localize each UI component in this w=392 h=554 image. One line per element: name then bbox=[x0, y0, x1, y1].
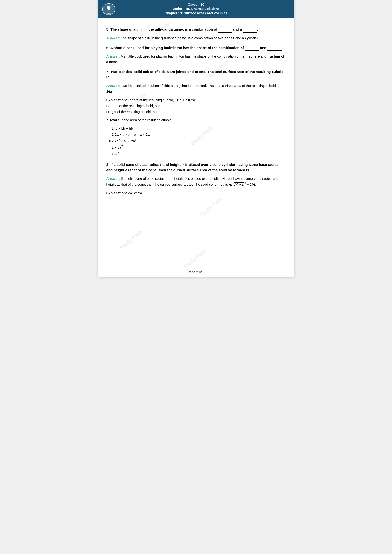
header-subject: Maths – RD Sharma Solutions bbox=[103, 7, 289, 11]
logo-icon: Study Path bbox=[102, 2, 116, 15]
q8-answer-label: Answer: bbox=[106, 177, 120, 180]
q7-answer-label: Answer: bbox=[106, 84, 120, 88]
question-5: 5: The shape of a gilli, in the gilli-da… bbox=[106, 27, 286, 33]
q7-explanation: Explanation: Length of the resulting cub… bbox=[106, 97, 286, 115]
q5-blank1 bbox=[218, 27, 232, 33]
q7-math-5: = 10a2 bbox=[109, 150, 286, 157]
q7-math-4: = 2 × 5a2 bbox=[109, 144, 286, 150]
header-class: Class - 10 bbox=[103, 2, 289, 7]
q7-text: 7: Two identical solid cubes of side a a… bbox=[106, 70, 283, 79]
q7-math-2: = 2(2a × a + a × a + a × 2a) bbox=[109, 132, 286, 138]
q5-answer: Answer: The shape of a gilli, in the gil… bbox=[106, 35, 286, 41]
q7-math-3: = 2(2a2 + a2 + 2a2) bbox=[109, 138, 286, 144]
q8-text: 8: If a solid cone of base radius r and … bbox=[106, 162, 279, 172]
question-6: 6: A shuttle cock used for playing badmi… bbox=[106, 45, 286, 51]
watermark-7: Study Path bbox=[118, 229, 143, 251]
header-chapter: Chapter 13: Surface Areas and Volumes bbox=[103, 11, 289, 15]
page-content: 5: The shape of a gilli, in the gilli-da… bbox=[98, 18, 294, 213]
q5-blank2 bbox=[243, 27, 257, 33]
q5-answer-bold1: two cones bbox=[217, 36, 234, 40]
page-footer: Page 2 of 9 bbox=[98, 268, 294, 274]
page-header: Study Path Class - 10 Maths – RD Sharma … bbox=[98, 0, 294, 18]
question-8: 8: If a solid cone of base radius r and … bbox=[106, 162, 286, 173]
q5-text: 5: The shape of a gilli, in the gilli-da… bbox=[106, 27, 258, 31]
q8-answer: Answer: If a solid cone of base radius r… bbox=[106, 176, 286, 187]
q7-explanation-label: Explanation: bbox=[106, 98, 127, 102]
q8-explanation: Explanation: We know, bbox=[106, 190, 286, 196]
q5-answer-label: Answer: bbox=[106, 36, 120, 40]
question-7: 7: Two identical solid cubes of side a a… bbox=[106, 69, 286, 80]
q7-answer: Answer: Two identical solid cubes of sid… bbox=[106, 83, 286, 95]
q7-blank bbox=[110, 74, 124, 80]
page: Study Path Study Path Study Path Study P… bbox=[98, 0, 294, 277]
q6-text: 6: A shuttle cock used for playing badmi… bbox=[106, 46, 283, 50]
q8-explanation-label: Explanation: bbox=[106, 191, 127, 195]
q7-height: Height of the resulting cuboid, h = a bbox=[106, 110, 161, 114]
q7-breadth: Breadth of the resulting cuboid, b = a bbox=[106, 104, 163, 108]
q8-answer-bold: πr(√r2 + h2 + 2h). bbox=[229, 183, 256, 187]
q6-answer-bold1: hemisphere bbox=[240, 55, 259, 58]
page-number: Page 2 of 9 bbox=[188, 270, 204, 274]
q7-math-1: = 2(lb + bh + hl) bbox=[109, 125, 286, 132]
q6-answer: Answer: A shuttle cock used for playing … bbox=[106, 54, 286, 65]
logo-container: Study Path bbox=[102, 2, 116, 15]
svg-text:Study Path: Study Path bbox=[104, 12, 113, 14]
watermark-8: Study Path bbox=[182, 248, 207, 270]
q5-answer-bold2: cylinder. bbox=[245, 36, 259, 40]
q6-blank2 bbox=[267, 45, 281, 51]
q7-answer-bold: 10a2. bbox=[106, 90, 114, 94]
q6-blank1 bbox=[245, 45, 259, 51]
q7-therefore: ∴ Total surface area of the resulting cu… bbox=[106, 117, 286, 123]
q8-blank bbox=[250, 167, 264, 173]
q6-answer-label: Answer: bbox=[106, 55, 120, 58]
